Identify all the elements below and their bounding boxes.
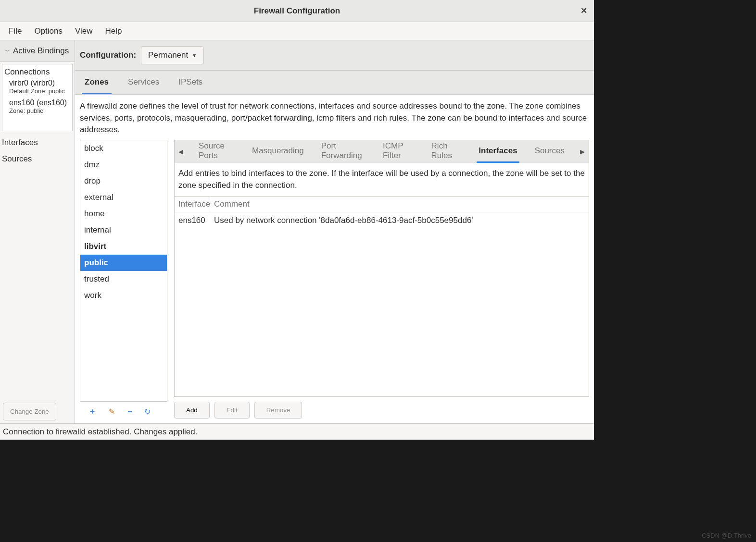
zone-subtabs: ◀ Source Ports Masquerading Port Forward…: [174, 140, 589, 163]
zone-list-wrap: blockdmzdropexternalhomeinternallibvirtp…: [80, 140, 167, 419]
add-button[interactable]: Add: [174, 402, 210, 419]
main-tabs: Zones Services IPSets: [75, 71, 594, 95]
watermark: CSDN @D.Thrive: [702, 532, 751, 539]
active-bindings-label: Active Bindings: [13, 46, 69, 56]
config-toolbar: Configuration: Permanent ▼: [75, 40, 594, 71]
menu-file[interactable]: File: [3, 25, 27, 38]
col-interface[interactable]: Interface: [175, 197, 210, 212]
configuration-select[interactable]: Permanent ▼: [141, 46, 204, 64]
zone-tools: ＋ ✎ − ↻: [80, 402, 167, 419]
window-title: Firewall Configuration: [254, 6, 340, 16]
zone-item-home[interactable]: home: [80, 206, 167, 222]
cell-comment: Used by network connection '8da0fa6d-eb8…: [210, 212, 589, 229]
connection-sub-ens160: Zone: public: [2, 107, 72, 117]
remove-zone-icon[interactable]: −: [127, 407, 132, 416]
connection-sub-virbr0: Default Zone: public: [2, 87, 72, 98]
connection-item-virbr0[interactable]: virbr0 (virbr0): [2, 78, 72, 87]
zone-item-trusted[interactable]: trusted: [80, 271, 167, 287]
menu-view[interactable]: View: [69, 25, 99, 38]
configuration-value: Permanent: [148, 50, 188, 60]
zone-description: A firewalld zone defines the level of tr…: [75, 95, 594, 140]
active-bindings-header[interactable]: ﹀ Active Bindings: [0, 40, 75, 62]
tab-services[interactable]: Services: [125, 71, 162, 94]
connections-title: Connections: [2, 64, 72, 78]
tab-ipsets[interactable]: IPSets: [176, 71, 205, 94]
zone-item-internal[interactable]: internal: [80, 222, 167, 238]
subtab-sources[interactable]: Sources: [533, 140, 567, 163]
zone-item-drop[interactable]: drop: [80, 173, 167, 189]
zone-item-work[interactable]: work: [80, 287, 167, 304]
table-row[interactable]: ens160 Used by network connection '8da0f…: [175, 212, 589, 229]
zone-item-libvirt[interactable]: libvirt: [80, 238, 167, 255]
subtab-masquerading[interactable]: Masquerading: [250, 140, 306, 163]
menu-bar: File Options View Help: [0, 22, 594, 40]
zone-item-dmz[interactable]: dmz: [80, 157, 167, 173]
firewall-config-window: Firewall Configuration ✕ File Options Vi…: [0, 0, 594, 440]
scroll-left-icon[interactable]: ◀: [178, 148, 183, 155]
content-area: ﹀ Active Bindings Connections virbr0 (vi…: [0, 40, 594, 423]
menu-help[interactable]: Help: [100, 25, 128, 38]
col-comment[interactable]: Comment: [210, 197, 589, 212]
sidebar: ﹀ Active Bindings Connections virbr0 (vi…: [0, 40, 75, 423]
close-icon[interactable]: ✕: [580, 6, 587, 16]
cell-interface: ens160: [175, 212, 210, 229]
scroll-right-icon[interactable]: ▶: [580, 148, 585, 155]
zone-list[interactable]: blockdmzdropexternalhomeinternallibvirtp…: [80, 140, 167, 402]
subtab-interfaces[interactable]: Interfaces: [477, 140, 519, 163]
menu-options[interactable]: Options: [28, 25, 68, 38]
interface-buttons: Add Edit Remove: [174, 397, 589, 419]
edit-button[interactable]: Edit: [214, 402, 250, 419]
connection-item-ens160[interactable]: ens160 (ens160): [2, 98, 72, 107]
sidebar-footer: Change Zone: [0, 400, 75, 423]
connections-box: Connections virbr0 (virbr0) Default Zone…: [2, 64, 73, 131]
zone-row: blockdmzdropexternalhomeinternallibvirtp…: [75, 140, 594, 423]
main-panel: Configuration: Permanent ▼ Zones Service…: [75, 40, 594, 423]
edit-zone-icon[interactable]: ✎: [109, 407, 115, 416]
refresh-zone-icon[interactable]: ↻: [144, 407, 151, 416]
interfaces-label[interactable]: Interfaces: [0, 133, 75, 149]
status-text: Connection to firewalld established. Cha…: [3, 427, 197, 437]
interfaces-description: Add entries to bind interfaces to the zo…: [174, 163, 589, 196]
remove-button[interactable]: Remove: [254, 402, 302, 419]
interfaces-table[interactable]: Interface Comment ens160 Used by network…: [174, 196, 589, 397]
change-zone-button[interactable]: Change Zone: [3, 403, 56, 420]
status-bar: Connection to firewalld established. Cha…: [0, 423, 594, 440]
zone-item-public[interactable]: public: [80, 255, 167, 271]
add-zone-icon[interactable]: ＋: [88, 406, 96, 417]
configuration-label: Configuration:: [80, 50, 136, 60]
zone-item-block[interactable]: block: [80, 140, 167, 157]
chevron-down-icon: ﹀: [5, 48, 10, 55]
interfaces-table-header: Interface Comment: [175, 197, 589, 212]
dropdown-icon: ▼: [192, 53, 197, 58]
title-bar: Firewall Configuration ✕: [0, 0, 594, 22]
sources-label[interactable]: Sources: [0, 149, 75, 166]
zone-detail: ◀ Source Ports Masquerading Port Forward…: [174, 140, 589, 419]
tab-zones[interactable]: Zones: [82, 71, 112, 94]
zone-item-external[interactable]: external: [80, 189, 167, 206]
